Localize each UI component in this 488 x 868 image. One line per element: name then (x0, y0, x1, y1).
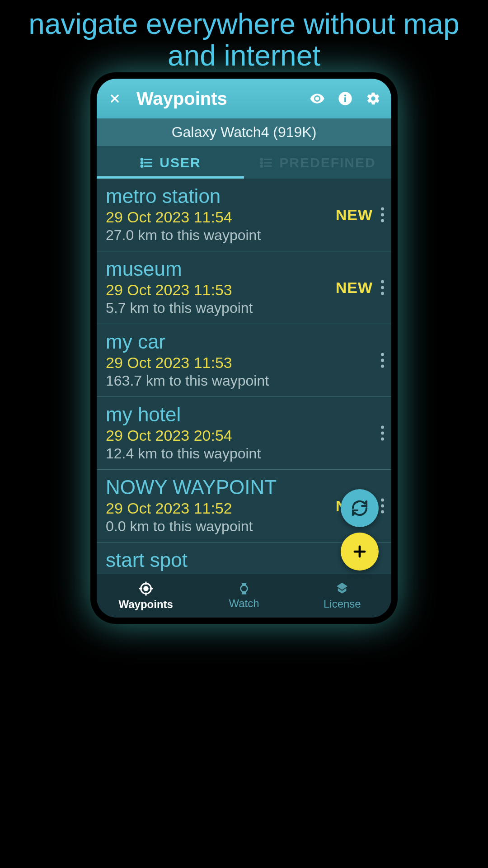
tab-predefined[interactable]: PREDEFINED (244, 146, 391, 179)
gear-icon[interactable] (363, 89, 383, 108)
info-icon[interactable] (335, 89, 355, 108)
tab-user-label: USER (160, 155, 201, 170)
phone-frame: Waypoints Galaxy Watch4 (919K) USER (90, 72, 398, 624)
nav-waypoints[interactable]: Waypoints (97, 574, 195, 618)
tab-predefined-label: PREDEFINED (279, 155, 375, 170)
waypoint-date: 29 Oct 2023 11:53 (106, 354, 382, 372)
svg-point-5 (141, 165, 143, 167)
nav-watch[interactable]: Watch (195, 574, 293, 618)
add-button[interactable] (341, 533, 379, 571)
waypoint-distance: 163.7 km to this waypoint (106, 373, 382, 389)
page-title: Waypoints (136, 89, 299, 109)
sync-button[interactable] (341, 489, 379, 527)
svg-point-11 (240, 585, 247, 592)
tab-user[interactable]: USER (97, 146, 244, 179)
list-item[interactable]: museum 29 Oct 2023 11:53 5.7 km to this … (97, 251, 391, 324)
promo-headline: navigate everywhere without map and inte… (0, 0, 488, 72)
waypoint-distance: 5.7 km to this waypoint (106, 300, 382, 316)
more-icon[interactable] (381, 353, 384, 368)
list-item[interactable]: metro station 29 Oct 2023 11:54 27.0 km … (97, 179, 391, 251)
svg-point-2 (344, 94, 346, 96)
svg-point-7 (261, 162, 263, 164)
waypoint-distance: 12.4 km to this waypoint (106, 445, 382, 462)
waypoint-name: my hotel (106, 403, 382, 426)
waypoint-date: 29 Oct 2023 20:54 (106, 427, 382, 444)
svg-point-3 (141, 159, 143, 160)
nav-waypoints-label: Waypoints (118, 598, 173, 611)
svg-point-9 (144, 587, 148, 591)
nav-license-label: License (324, 598, 361, 610)
new-badge: NEW (336, 206, 373, 224)
visibility-icon[interactable] (307, 89, 327, 108)
waypoint-name: my car (106, 330, 382, 353)
waypoint-name: NOWY WAYPOINT (106, 476, 382, 499)
close-icon[interactable] (105, 89, 125, 108)
more-icon[interactable] (381, 426, 384, 441)
list-item[interactable]: my car 29 Oct 2023 11:53 163.7 km to thi… (97, 324, 391, 397)
more-icon[interactable] (381, 208, 384, 222)
new-badge: NEW (336, 279, 373, 297)
svg-rect-1 (344, 97, 346, 102)
nav-license[interactable]: License (293, 574, 391, 618)
waypoint-name: metro station (106, 185, 382, 208)
connected-device-label: Galaxy Watch4 (919K) (97, 118, 391, 146)
app-bar: Waypoints (97, 79, 391, 118)
bottom-nav: Waypoints Watch License (97, 574, 391, 618)
waypoint-distance: 27.0 km to this waypoint (106, 227, 382, 244)
more-icon[interactable] (381, 499, 384, 514)
svg-point-8 (261, 165, 263, 167)
svg-point-6 (261, 159, 263, 160)
list-item[interactable]: my hotel 29 Oct 2023 20:54 12.4 km to th… (97, 397, 391, 470)
more-icon[interactable] (381, 280, 384, 295)
tab-bar: USER PREDEFINED (97, 146, 391, 179)
waypoint-name: museum (106, 258, 382, 280)
nav-watch-label: Watch (229, 597, 259, 610)
waypoint-distance: 0.0 km to this waypoint (106, 518, 382, 535)
svg-point-4 (141, 162, 143, 164)
